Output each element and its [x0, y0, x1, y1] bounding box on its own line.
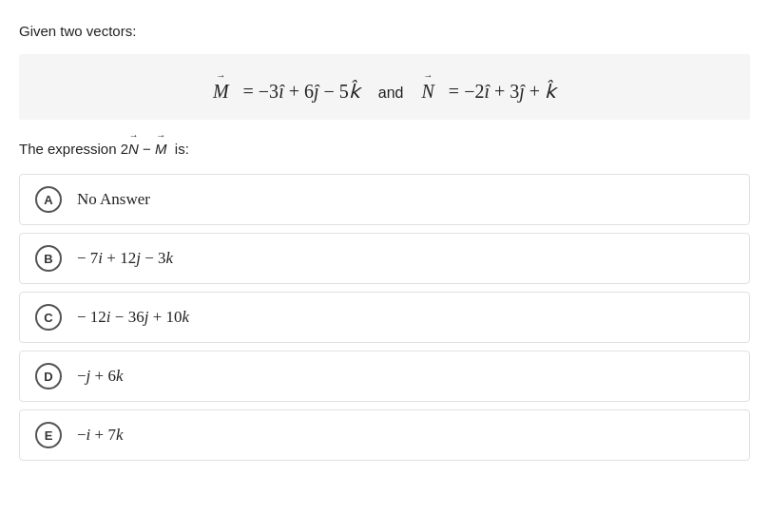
option-B[interactable]: B − 7i + 12j − 3k: [19, 233, 750, 284]
option-E-label: −i + 7k: [77, 426, 123, 445]
option-E-circle: E: [35, 422, 62, 448]
formula-block: → M = −3î + 6ĵ − 5k̂ and → N = −2î + 3ĵ …: [19, 54, 750, 120]
option-D-label: −j + 6k: [77, 367, 123, 386]
option-A[interactable]: A No Answer: [19, 174, 750, 225]
option-B-circle: B: [35, 245, 62, 272]
option-C-circle: C: [35, 304, 62, 331]
N-equation: = −2î + 3ĵ + k̂: [444, 81, 556, 102]
option-C[interactable]: C − 12i − 36j + 10k: [19, 292, 750, 343]
expression-text: The expression 2→N − →M is:: [19, 131, 750, 157]
option-E[interactable]: E −i + 7k: [19, 409, 750, 461]
and-text: and: [378, 85, 404, 101]
N-vector-label: → N: [422, 81, 440, 102]
M-equation: = −3î + 6ĵ − 5k̂: [239, 81, 365, 102]
option-A-label: No Answer: [77, 190, 150, 209]
intro-text: Given two vectors:: [19, 23, 750, 39]
options-list: A No Answer B − 7i + 12j − 3k C − 12i − …: [19, 174, 750, 461]
option-D-circle: D: [35, 363, 62, 390]
option-B-label: − 7i + 12j − 3k: [77, 249, 173, 268]
option-A-circle: A: [35, 186, 62, 213]
M-vector-label: → M: [213, 81, 235, 102]
option-D[interactable]: D −j + 6k: [19, 351, 750, 402]
option-C-label: − 12i − 36j + 10k: [77, 308, 189, 327]
